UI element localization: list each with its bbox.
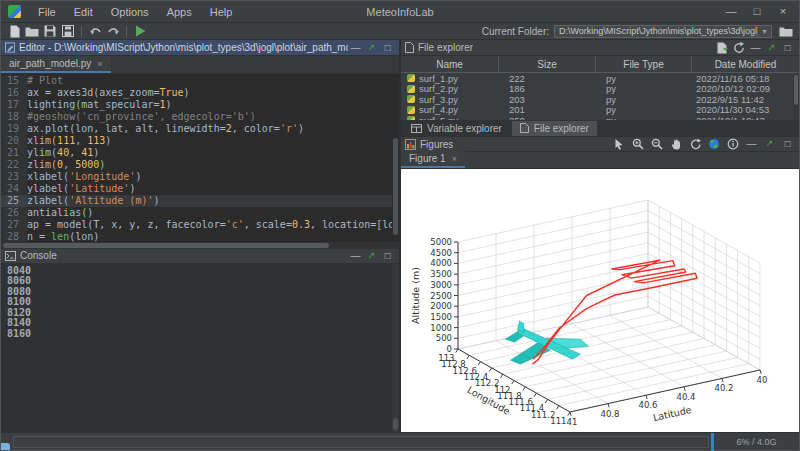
- editor-horizontal-scrollbar[interactable]: [1, 242, 399, 249]
- file-explorer-maximize-button[interactable]: □: [780, 41, 795, 55]
- scrollbar-thumb[interactable]: [393, 418, 398, 430]
- code-line[interactable]: 17lighting(mat_specular=1): [1, 99, 399, 111]
- file-table-header: Name Size File Type Date Modified: [401, 56, 799, 73]
- menu-help[interactable]: Help: [201, 6, 242, 18]
- code-line[interactable]: 28n = len(lon): [1, 231, 399, 242]
- figures-panel-title: Figures: [420, 139, 453, 150]
- code-line[interactable]: 24ylabel('Latitude'): [1, 183, 399, 195]
- refresh-button[interactable]: [731, 41, 747, 55]
- code-line[interactable]: 21ylim(40, 41): [1, 147, 399, 159]
- code-line[interactable]: 19ax.plot(lon, lat, alt, linewidth=2, co…: [1, 123, 399, 135]
- console-maximize-button[interactable]: □: [380, 249, 395, 263]
- save-as-button[interactable]: [59, 24, 77, 39]
- new-file-button[interactable]: [5, 24, 23, 39]
- open-folder-button[interactable]: [23, 24, 41, 39]
- globe-tool-button[interactable]: [706, 137, 722, 151]
- file-name: surf_4.py: [419, 104, 458, 115]
- tab-air-path-model[interactable]: air_path_model.py ×: [1, 56, 111, 73]
- zoom-in-tool-button[interactable]: [630, 137, 646, 151]
- code-line[interactable]: 25zlabel('Altitude (m)'): [1, 195, 399, 207]
- editor-panel-header[interactable]: Editor - D:\Working\MIScript\Jython\mis\…: [1, 40, 399, 56]
- table-cell: 2020/10/12 02:09: [692, 83, 799, 94]
- column-header-size[interactable]: Size: [499, 56, 596, 72]
- table-cell: surf_5.py: [401, 115, 499, 120]
- menu-edit[interactable]: Edit: [65, 6, 102, 18]
- menu-file[interactable]: File: [29, 6, 65, 18]
- table-row[interactable]: surf_1.py222py2022/11/16 05:18: [401, 73, 799, 84]
- file-explorer-panel-header[interactable]: File explorer — ↗ □: [401, 40, 799, 56]
- figures-panel-header[interactable]: Figures —: [401, 137, 799, 152]
- column-header-file-type[interactable]: File Type: [596, 56, 692, 72]
- column-header-name[interactable]: Name: [401, 56, 499, 72]
- code-text: #geoshow('cn_province', edgecolor='b'): [27, 111, 256, 123]
- console-minimize-button[interactable]: —: [348, 249, 363, 263]
- figures-float-button[interactable]: ↗: [762, 137, 777, 151]
- console-float-button[interactable]: ↗: [364, 249, 379, 263]
- undo-button[interactable]: [86, 24, 104, 39]
- table-cell: 186: [499, 83, 596, 94]
- file-table[interactable]: surf_1.py222py2022/11/16 05:18surf_2.py1…: [401, 73, 799, 120]
- pan-tool-button[interactable]: [668, 137, 684, 151]
- save-button[interactable]: [41, 24, 59, 39]
- code-text: zlabel('Altitude (m)'): [27, 195, 159, 207]
- svg-text:3000: 3000: [430, 280, 452, 290]
- tab-figure-1[interactable]: Figure 1 ×: [401, 151, 465, 168]
- run-script-button[interactable]: [131, 24, 149, 39]
- svg-text:40.4: 40.4: [677, 392, 696, 402]
- zoom-in-icon: [632, 138, 644, 150]
- rotate-tool-button[interactable]: [687, 137, 703, 151]
- tab-close-icon[interactable]: ×: [97, 59, 102, 69]
- code-line[interactable]: 23xlabel('Longitude'): [1, 171, 399, 183]
- tab-close-icon[interactable]: ×: [452, 154, 457, 164]
- current-folder-combobox[interactable]: D:\Working\MIScript\Jython\mis\plot_type…: [554, 25, 772, 38]
- figures-minimize-button[interactable]: —: [744, 137, 759, 151]
- file-explorer-float-button[interactable]: ↗: [764, 41, 779, 55]
- window-minimize-button[interactable]: —: [719, 3, 743, 21]
- file-explorer-minimize-button[interactable]: —: [748, 41, 763, 55]
- window-maximize-button[interactable]: □: [745, 3, 769, 21]
- file-icon: [405, 42, 414, 53]
- zoom-out-tool-button[interactable]: [649, 137, 665, 151]
- window-close-button[interactable]: ×: [771, 3, 795, 21]
- code-line[interactable]: 26antialias(): [1, 207, 399, 219]
- file-table-scrollbar[interactable]: [793, 73, 799, 120]
- chevron-down-icon[interactable]: ▾: [757, 26, 771, 37]
- table-row[interactable]: surf_2.py186py2020/10/12 02:09: [401, 84, 799, 95]
- scrollbar-thumb[interactable]: [794, 75, 798, 105]
- editor-float-button[interactable]: ↗: [364, 41, 379, 55]
- menu-options[interactable]: Options: [102, 6, 158, 18]
- code-line[interactable]: 18#geoshow('cn_province', edgecolor='b'): [1, 111, 399, 123]
- code-line[interactable]: 22zlim(0, 5000): [1, 159, 399, 171]
- select-tool-button[interactable]: [611, 137, 627, 151]
- redo-button[interactable]: [104, 24, 122, 39]
- editor-vertical-scrollbar[interactable]: [392, 74, 399, 242]
- figure-canvas[interactable]: 0500100015002000250030003500400045005000…: [401, 169, 799, 432]
- svg-text:500: 500: [436, 333, 452, 343]
- browse-folder-button[interactable]: [777, 24, 795, 39]
- tab-file-explorer[interactable]: File explorer: [512, 121, 597, 136]
- menu-apps[interactable]: Apps: [158, 6, 201, 18]
- identify-tool-button[interactable]: [725, 137, 741, 151]
- svg-text:40: 40: [757, 375, 768, 385]
- table-row[interactable]: surf_5.py250py2021/10/1 10:43: [401, 115, 799, 120]
- svg-text:2500: 2500: [430, 291, 452, 301]
- tab-variable-explorer[interactable]: Variable explorer: [403, 121, 510, 136]
- figures-maximize-button[interactable]: □: [780, 137, 795, 151]
- console-panel-header[interactable]: Console — ↗ □: [1, 249, 399, 264]
- code-editor[interactable]: 15# Plot16ax = axes3d(axes_zoom=True)17l…: [1, 74, 399, 242]
- code-line[interactable]: 16ax = axes3d(axes_zoom=True): [1, 87, 399, 99]
- editor-minimize-button[interactable]: —: [348, 41, 363, 55]
- code-line[interactable]: 15# Plot: [1, 75, 399, 87]
- table-row[interactable]: surf_3.py203py2022/9/15 11:42: [401, 94, 799, 105]
- pan-hand-icon: [670, 138, 682, 150]
- console-vertical-scrollbar[interactable]: [392, 264, 399, 433]
- column-header-date-modified[interactable]: Date Modified: [692, 56, 799, 72]
- table-row[interactable]: surf_4.py201py2020/11/30 04:53: [401, 105, 799, 116]
- scrollbar-thumb[interactable]: [393, 138, 398, 235]
- console-output[interactable]: 8040806080808100812081408160: [1, 264, 399, 433]
- editor-maximize-button[interactable]: □: [380, 41, 395, 55]
- import-file-button[interactable]: [714, 41, 730, 55]
- code-line[interactable]: 27ap = model(T, x, y, z, facecolor='c', …: [1, 219, 399, 231]
- scrollbar-thumb[interactable]: [3, 243, 329, 248]
- code-line[interactable]: 20xlim(111, 113): [1, 135, 399, 147]
